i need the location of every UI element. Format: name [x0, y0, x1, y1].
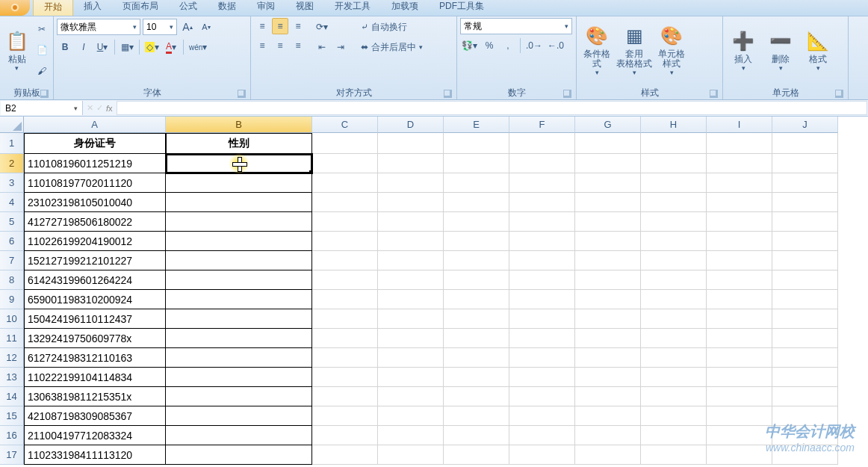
rowhead-17[interactable]: 17	[0, 445, 24, 465]
cell-F1[interactable]	[509, 133, 575, 154]
cell-A17[interactable]: 110233198411113120	[24, 445, 166, 465]
indent-decrease[interactable]: ⇤	[314, 39, 330, 55]
cell-I10[interactable]	[707, 309, 772, 329]
rowhead-9[interactable]: 9	[0, 290, 24, 309]
cell-A15[interactable]: 421087198309085367	[24, 406, 166, 426]
cell-I11[interactable]	[707, 329, 772, 348]
bold-button[interactable]: B	[57, 39, 73, 55]
rowhead-13[interactable]: 13	[0, 368, 24, 387]
tab-插入[interactable]: 插入	[73, 0, 112, 16]
cell-C15[interactable]	[312, 406, 378, 426]
tab-开发工具[interactable]: 开发工具	[324, 0, 381, 16]
rowhead-8[interactable]: 8	[0, 270, 24, 290]
cell-B8[interactable]	[166, 270, 312, 290]
cell-C14[interactable]	[312, 387, 378, 406]
cell-J16[interactable]	[772, 426, 838, 445]
cell-A16[interactable]: 211004197712083324	[24, 426, 166, 445]
colhead-F[interactable]: F	[509, 117, 575, 133]
colhead-D[interactable]: D	[378, 117, 444, 133]
tab-公式[interactable]: 公式	[169, 0, 208, 16]
cell-A2[interactable]: 110108196011251219	[24, 154, 166, 173]
shrink-font-button[interactable]: A▾	[198, 19, 214, 35]
cell-J10[interactable]	[772, 309, 838, 329]
cell-C11[interactable]	[312, 329, 378, 348]
decrease-decimal[interactable]: ←.0	[546, 37, 565, 54]
cell-F5[interactable]	[509, 212, 575, 232]
cell-E1[interactable]	[444, 133, 509, 154]
align-bottom[interactable]: ≡	[290, 18, 306, 34]
cell-B5[interactable]	[166, 212, 312, 232]
tab-加载项[interactable]: 加载项	[381, 0, 429, 16]
cell-E6[interactable]	[444, 232, 509, 251]
cell-F8[interactable]	[509, 270, 575, 290]
cell-H9[interactable]	[641, 290, 707, 309]
cell-I6[interactable]	[707, 232, 772, 251]
cell-I13[interactable]	[707, 368, 772, 387]
cell-J7[interactable]	[772, 251, 838, 270]
cell-J11[interactable]	[772, 329, 838, 348]
cell-C10[interactable]	[312, 309, 378, 329]
cell-I15[interactable]	[707, 406, 772, 426]
cell-E14[interactable]	[444, 387, 509, 406]
cell-J2[interactable]	[772, 154, 838, 173]
align-top[interactable]: ≡	[254, 18, 270, 34]
cell-A10[interactable]: 150424196110112437	[24, 309, 166, 329]
rowhead-5[interactable]: 5	[0, 212, 24, 232]
cell-G6[interactable]	[575, 232, 641, 251]
cell-C17[interactable]	[312, 445, 378, 465]
cell-H7[interactable]	[641, 251, 707, 270]
conditional-format-button[interactable]: 🎨条件格式	[580, 18, 614, 81]
cell-G13[interactable]	[575, 368, 641, 387]
cell-B3[interactable]	[166, 173, 312, 193]
cell-H10[interactable]	[641, 309, 707, 329]
cell-J15[interactable]	[772, 406, 838, 426]
cell-G14[interactable]	[575, 387, 641, 406]
rowhead-4[interactable]: 4	[0, 193, 24, 212]
cell-D9[interactable]	[378, 290, 444, 309]
cell-G16[interactable]	[575, 426, 641, 445]
grow-font-button[interactable]: A▴	[179, 19, 196, 35]
cell-A5[interactable]: 412727198506180022	[24, 212, 166, 232]
number-format-combo[interactable]: 常规▾	[460, 18, 572, 34]
cell-A7[interactable]: 152127199212101227	[24, 251, 166, 270]
cell-C7[interactable]	[312, 251, 378, 270]
name-box[interactable]: B2▾	[1, 101, 83, 115]
cell-C6[interactable]	[312, 232, 378, 251]
cell-E7[interactable]	[444, 251, 509, 270]
cell-G9[interactable]	[575, 290, 641, 309]
underline-button[interactable]: U▾	[94, 39, 111, 55]
rowhead-3[interactable]: 3	[0, 173, 24, 193]
cell-D4[interactable]	[378, 193, 444, 212]
cell-C9[interactable]	[312, 290, 378, 309]
cell-E16[interactable]	[444, 426, 509, 445]
select-all-corner[interactable]	[0, 117, 24, 133]
cell-A12[interactable]: 612724198312110163	[24, 348, 166, 368]
cell-D7[interactable]	[378, 251, 444, 270]
cell-F15[interactable]	[509, 406, 575, 426]
cell-B11[interactable]	[166, 329, 312, 348]
cell-E5[interactable]	[444, 212, 509, 232]
cell-H1[interactable]	[641, 133, 707, 154]
cell-B12[interactable]	[166, 348, 312, 368]
italic-button[interactable]: I	[75, 39, 92, 55]
office-button[interactable]	[0, 0, 30, 16]
rowhead-10[interactable]: 10	[0, 309, 24, 329]
cell-D2[interactable]	[378, 154, 444, 173]
cell-B10[interactable]	[166, 309, 312, 329]
cell-C13[interactable]	[312, 368, 378, 387]
paste-button[interactable]: 📋 粘贴	[3, 18, 31, 81]
cell-C3[interactable]	[312, 173, 378, 193]
cell-D10[interactable]	[378, 309, 444, 329]
cell-C4[interactable]	[312, 193, 378, 212]
align-right[interactable]: ≡	[290, 37, 306, 54]
wrap-text-button[interactable]: ⤶自动换行	[356, 18, 427, 36]
cell-F12[interactable]	[509, 348, 575, 368]
cell-D16[interactable]	[378, 426, 444, 445]
cell-B17[interactable]	[166, 445, 312, 465]
cell-H3[interactable]	[641, 173, 707, 193]
copy-button[interactable]: 📄	[34, 42, 50, 58]
cell-I5[interactable]	[707, 212, 772, 232]
colhead-I[interactable]: I	[707, 117, 772, 133]
cell-H2[interactable]	[641, 154, 707, 173]
cell-A3[interactable]: 110108197702011120	[24, 173, 166, 193]
